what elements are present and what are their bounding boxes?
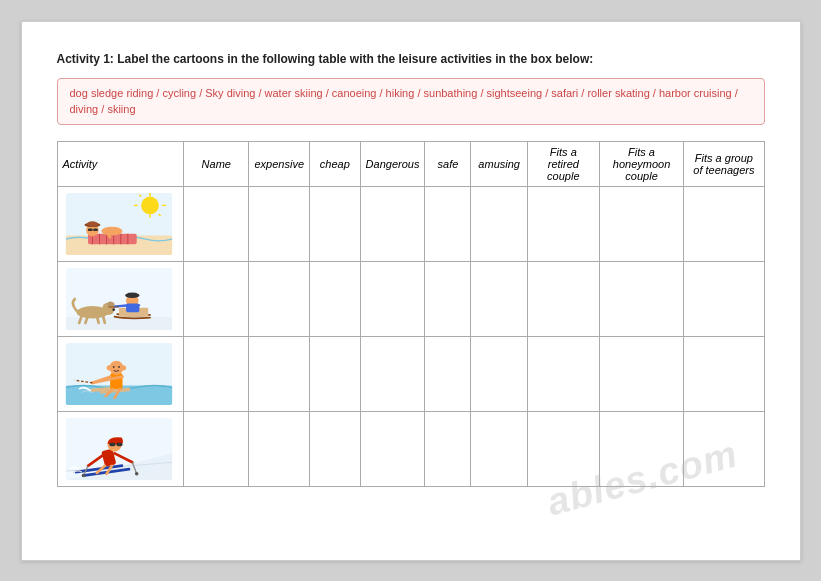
retired-cell-4[interactable] <box>527 411 599 486</box>
svg-rect-64 <box>109 442 115 446</box>
sunbathing-image <box>64 193 174 255</box>
expensive-cell-4[interactable] <box>249 411 310 486</box>
amusing-cell-2[interactable] <box>471 261 527 336</box>
honeymoon-cell-2[interactable] <box>599 261 683 336</box>
svg-point-36 <box>112 308 115 311</box>
svg-point-51 <box>120 365 125 370</box>
retired-cell-2[interactable] <box>527 261 599 336</box>
cheap-cell-1[interactable] <box>310 186 361 261</box>
header-activity: Activity <box>57 141 184 186</box>
dangerous-cell-1[interactable] <box>360 186 425 261</box>
svg-line-40 <box>103 315 105 322</box>
svg-point-22 <box>87 221 98 226</box>
teenagers-cell-4[interactable] <box>684 411 764 486</box>
svg-point-50 <box>106 365 111 370</box>
activity-cell-2 <box>57 261 184 336</box>
honeymoon-cell-4[interactable] <box>599 411 683 486</box>
table-row <box>57 261 764 336</box>
water-skiing-image <box>64 343 174 405</box>
honeymoon-cell-3[interactable] <box>599 336 683 411</box>
retired-cell-3[interactable] <box>527 336 599 411</box>
dangerous-cell-2[interactable] <box>360 261 425 336</box>
teenagers-cell-3[interactable] <box>684 336 764 411</box>
activity-cell-3 <box>57 336 184 411</box>
name-cell-2[interactable] <box>184 261 249 336</box>
cheap-cell-4[interactable] <box>310 411 361 486</box>
header-safe: safe <box>425 141 471 186</box>
skiing-image <box>64 418 174 480</box>
activity-table: Activity Name expensive cheap Dangerous … <box>57 141 765 487</box>
safe-cell-3[interactable] <box>425 336 471 411</box>
svg-point-71 <box>134 472 138 476</box>
worksheet-page: Activity 1: Label the cartoons in the fo… <box>21 21 801 561</box>
svg-point-1 <box>141 196 159 214</box>
header-teenagers: Fits a group of teenagers <box>684 141 764 186</box>
safe-cell-4[interactable] <box>425 411 471 486</box>
header-name: Name <box>184 141 249 186</box>
svg-line-39 <box>96 315 98 322</box>
table-row <box>57 336 764 411</box>
svg-rect-32 <box>127 292 136 296</box>
header-retired: Fits a retired couple <box>527 141 599 186</box>
dangerous-cell-3[interactable] <box>360 336 425 411</box>
teenagers-cell-2[interactable] <box>684 261 764 336</box>
instruction-text: Activity 1: Label the cartoons in the fo… <box>57 52 765 66</box>
name-cell-3[interactable] <box>184 336 249 411</box>
honeymoon-cell-1[interactable] <box>599 186 683 261</box>
header-expensive: expensive <box>249 141 310 186</box>
activity-cell-4 <box>57 411 184 486</box>
header-amusing: amusing <box>471 141 527 186</box>
dangerous-cell-4[interactable] <box>360 411 425 486</box>
header-dangerous: Dangerous <box>360 141 425 186</box>
svg-point-49 <box>118 366 120 368</box>
svg-rect-46 <box>110 373 122 389</box>
dog-sledge-image <box>64 268 174 330</box>
table-header-row: Activity Name expensive cheap Dangerous … <box>57 141 764 186</box>
cheap-cell-3[interactable] <box>310 336 361 411</box>
svg-point-70 <box>81 473 85 477</box>
svg-rect-65 <box>116 442 122 446</box>
expensive-cell-1[interactable] <box>249 186 310 261</box>
svg-rect-19 <box>93 228 97 231</box>
safe-cell-1[interactable] <box>425 186 471 261</box>
name-cell-4[interactable] <box>184 411 249 486</box>
amusing-cell-1[interactable] <box>471 186 527 261</box>
amusing-cell-3[interactable] <box>471 336 527 411</box>
safe-cell-2[interactable] <box>425 261 471 336</box>
activity-cell-1 <box>57 186 184 261</box>
teenagers-cell-1[interactable] <box>684 186 764 261</box>
svg-rect-18 <box>88 228 92 231</box>
table-row <box>57 186 764 261</box>
expensive-cell-3[interactable] <box>249 336 310 411</box>
amusing-cell-4[interactable] <box>471 411 527 486</box>
header-cheap: cheap <box>310 141 361 186</box>
svg-point-48 <box>112 366 114 368</box>
table-row <box>57 411 764 486</box>
header-honeymoon: Fits a honeymoon couple <box>599 141 683 186</box>
name-cell-1[interactable] <box>184 186 249 261</box>
retired-cell-1[interactable] <box>527 186 599 261</box>
expensive-cell-2[interactable] <box>249 261 310 336</box>
cheap-cell-2[interactable] <box>310 261 361 336</box>
word-box: dog sledge riding / cycling / Sky diving… <box>57 78 765 125</box>
